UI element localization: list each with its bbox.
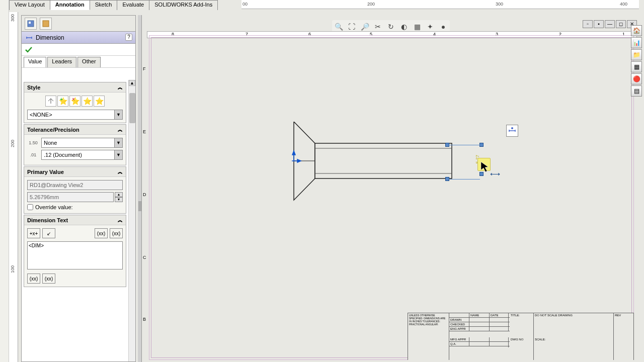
value-spinner[interactable]: ▲▼ — [115, 192, 123, 202]
extension-line — [449, 179, 480, 179]
apply-scene-icon[interactable]: ● — [438, 21, 449, 32]
tol-type-icon: 1.50 — [27, 138, 39, 147]
tolerance-type-dropdown[interactable]: None ▼ — [41, 138, 123, 148]
window-button[interactable]: ◻ — [616, 20, 626, 28]
subtab-other[interactable]: Other — [77, 57, 101, 67]
refresh-icon[interactable]: ↻ — [385, 21, 396, 32]
subtab-value[interactable]: Value — [24, 57, 46, 67]
panel-title: Dimension ? — [22, 32, 135, 44]
custom-props-icon[interactable]: ▤ — [631, 85, 642, 97]
help-button[interactable]: ? — [125, 34, 132, 41]
panel-title-label: Dimension — [36, 34, 64, 41]
dimension-text-input[interactable]: <DIM> — [27, 241, 123, 269]
dimtext-below1-button[interactable]: (xx) — [27, 274, 40, 284]
ok-check-icon[interactable] — [25, 46, 33, 54]
tab-view-layout[interactable]: View Layout — [9, 0, 50, 10]
section-style-head[interactable]: Style ︽ — [24, 82, 126, 93]
resources-icon[interactable]: 📊 — [631, 37, 642, 48]
dimtext-paren1-button[interactable]: (xx) — [95, 228, 108, 238]
view-palette-icon[interactable]: ▦ — [631, 61, 642, 72]
restore-button[interactable]: ▫ — [583, 20, 593, 28]
scroll-up-icon[interactable]: ▲ — [129, 80, 135, 86]
hide-show-icon[interactable]: ▦ — [412, 21, 423, 32]
section-tolerance: Tolerance/Precision ︽ 1.50 None ▼ .01 .1… — [24, 124, 126, 165]
style-delete-icon[interactable]: ⭐× — [69, 96, 80, 107]
collapse-icon[interactable]: ︽ — [118, 168, 123, 175]
section-dimtext-head[interactable]: Dimension Text ︽ — [24, 215, 126, 225]
style-apply-icon[interactable] — [45, 96, 56, 107]
svg-rect-1 — [29, 22, 31, 24]
drawing-canvas[interactable]: 🔍 ⛶ 🔎 ✂ ↻ ◐ ▦ ✦ ● ▫ ▪ — ◻ ✕ 8 7 6 5 4 3 … — [138, 15, 644, 362]
style-add-icon[interactable]: ⭐+ — [57, 96, 68, 107]
style-dropdown[interactable]: <NONE> ▼ — [27, 110, 123, 120]
section-tolerance-head[interactable]: Tolerance/Precision ︽ — [24, 125, 126, 135]
tab-sketch[interactable]: Sketch — [90, 0, 118, 10]
left-ruler: 300 200 100 — [9, 12, 18, 362]
dimtext-below2-button[interactable]: (xx) — [42, 274, 55, 284]
section-primary-head[interactable]: Primary Value ︽ — [24, 167, 126, 177]
precision-dropdown[interactable]: .12 (Document) ▼ — [41, 150, 123, 160]
panel-toolbar — [22, 16, 135, 32]
collapse-icon[interactable]: ︽ — [118, 217, 123, 224]
extension-line — [449, 145, 480, 145]
property-manager-icon[interactable] — [40, 18, 52, 30]
tab-evaluate[interactable]: Evaluate — [117, 0, 149, 10]
dimension-name-input[interactable] — [27, 180, 123, 190]
dropdown-arrow-icon[interactable]: ▼ — [114, 110, 122, 119]
feature-manager-icon[interactable] — [25, 18, 37, 30]
home-icon[interactable]: 🏠 — [631, 25, 642, 36]
display-style-icon[interactable]: ◐ — [398, 21, 410, 32]
dropdown-arrow-icon[interactable]: ▼ — [114, 138, 122, 147]
dimension-cursor-icon: ⟷ — [490, 170, 500, 178]
svg-point-11 — [511, 127, 513, 129]
override-checkbox[interactable] — [27, 204, 33, 210]
style-save-icon[interactable]: ⭐ — [82, 96, 93, 107]
window-controls: ▫ ▪ — ◻ ✕ — [583, 20, 637, 28]
dropdown-arrow-icon[interactable]: ▼ — [114, 150, 122, 159]
top-ruler: 00 200 300 400 — [242, 0, 639, 9]
section-primary-value: Primary Value ︽ ▲▼ Override value: — [24, 166, 126, 214]
section-view-icon[interactable]: ✂ — [372, 21, 383, 32]
dimtext-center-button[interactable]: ↙ — [42, 228, 55, 238]
maximize-button[interactable]: — — [605, 20, 615, 28]
section-style: Style ︽ ⭐+ ⭐× ⭐ ⭐ <NONE> ▼ — [24, 82, 126, 123]
appearances-icon[interactable]: 🔴 — [631, 73, 642, 84]
tab-addins[interactable]: SOLIDWORKS Add-Ins — [149, 0, 218, 10]
zoom-prev-icon[interactable]: 🔎 — [359, 21, 370, 32]
override-label: Override value: — [35, 204, 73, 210]
dimtext-prefix-button[interactable]: +x+ — [27, 228, 40, 238]
edit-appearance-icon[interactable]: ✦ — [425, 21, 436, 32]
dimtext-paren2-button[interactable]: (xx) — [110, 228, 123, 238]
panel-scrollbar[interactable]: ▲ — [128, 80, 135, 361]
file-explorer-icon[interactable]: 📁 — [631, 49, 642, 60]
dimension-arrow-handle[interactable] — [479, 143, 484, 147]
minimize-button[interactable]: ▪ — [594, 20, 604, 28]
title-block: UNLESS OTHERWISE SPECIFIED: DIMENSIONS A… — [408, 313, 634, 360]
task-pane: 🏠 📊 📁 ▦ 🔴 ▤ — [631, 25, 643, 97]
ok-bar — [22, 44, 135, 56]
zoom-area-icon[interactable]: ⛶ — [346, 21, 357, 32]
scroll-thumb[interactable] — [129, 93, 135, 123]
zoom-fit-icon[interactable]: 🔍 — [333, 21, 344, 32]
collapse-icon[interactable]: ︽ — [118, 126, 123, 133]
subtab-leaders[interactable]: Leaders — [47, 57, 76, 67]
property-panel: Dimension ? Value Leaders Other Style ︽ … — [21, 15, 136, 362]
collapse-icon[interactable]: ︽ — [118, 84, 123, 91]
context-toolbar-icon[interactable] — [506, 125, 518, 137]
splitter-handle[interactable] — [138, 15, 142, 362]
dimension-value-input[interactable] — [27, 192, 114, 202]
sub-tabs: Value Leaders Other — [22, 56, 135, 68]
style-load-icon[interactable]: ⭐ — [94, 96, 105, 107]
svg-rect-2 — [43, 21, 49, 27]
section-dimension-text: Dimension Text ︽ +x+ ↙ (xx) (xx) <DIM> (… — [24, 215, 126, 287]
sheet-v-ruler: F E D C B — [142, 31, 149, 362]
tab-annotation[interactable]: Annotation — [50, 0, 90, 10]
dimension-icon — [26, 34, 33, 41]
precision-icon: .01 — [27, 150, 39, 159]
